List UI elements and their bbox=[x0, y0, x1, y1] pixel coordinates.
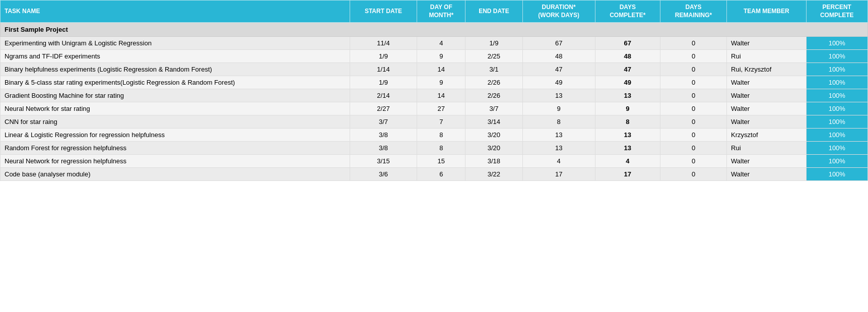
cell-days-remaining: 0 bbox=[660, 115, 726, 129]
cell-start: 3/15 bbox=[350, 155, 417, 168]
cell-dom: 4 bbox=[417, 37, 465, 50]
cell-start: 3/6 bbox=[350, 168, 417, 181]
cell-percent: 100% bbox=[806, 37, 867, 50]
cell-task: Ngrams and TF-IDF experiments bbox=[1, 50, 350, 63]
cell-days-complete: 48 bbox=[595, 50, 660, 63]
cell-task: Linear & Logistic Regression for regress… bbox=[1, 129, 350, 142]
cell-team: Krzysztof bbox=[727, 129, 806, 142]
cell-percent: 100% bbox=[806, 50, 867, 63]
cell-days-complete: 49 bbox=[595, 76, 660, 89]
cell-days-remaining: 0 bbox=[660, 129, 726, 142]
cell-duration: 13 bbox=[522, 142, 595, 155]
cell-task: Random Forest for regression helpfulness bbox=[1, 142, 350, 155]
table-row: Gradient Boosting Machine for star ratin… bbox=[1, 89, 868, 102]
cell-dom: 27 bbox=[417, 102, 465, 115]
cell-start: 2/27 bbox=[350, 102, 417, 115]
cell-days-complete: 13 bbox=[595, 129, 660, 142]
cell-end: 1/9 bbox=[465, 37, 522, 50]
cell-duration: 13 bbox=[522, 129, 595, 142]
table-row: Random Forest for regression helpfulness… bbox=[1, 142, 868, 155]
cell-dom: 14 bbox=[417, 89, 465, 102]
cell-team: Walter bbox=[727, 37, 806, 50]
col-header-team: TEAM MEMBER bbox=[727, 1, 806, 23]
table-row: CNN for star raing3/773/14880Walter100% bbox=[1, 115, 868, 129]
cell-task: CNN for star raing bbox=[1, 115, 350, 129]
cell-percent: 100% bbox=[806, 89, 867, 102]
table-row: Experimenting with Unigram & Logistic Re… bbox=[1, 37, 868, 50]
cell-task: Neural Network for regression helpfulnes… bbox=[1, 155, 350, 168]
cell-team: Walter bbox=[727, 102, 806, 115]
cell-dom: 8 bbox=[417, 142, 465, 155]
cell-duration: 9 bbox=[522, 102, 595, 115]
cell-dom: 15 bbox=[417, 155, 465, 168]
cell-days-complete: 47 bbox=[595, 63, 660, 76]
cell-task: Neural Network for star rating bbox=[1, 102, 350, 115]
cell-days-complete: 9 bbox=[595, 102, 660, 115]
cell-team: Rui, Krzysztof bbox=[727, 63, 806, 76]
cell-start: 1/9 bbox=[350, 50, 417, 63]
cell-start: 3/8 bbox=[350, 142, 417, 155]
cell-team: Rui bbox=[727, 142, 806, 155]
cell-task: Binary & 5-class star rating experiments… bbox=[1, 76, 350, 89]
cell-task: Code base (analyser module) bbox=[1, 168, 350, 181]
cell-duration: 48 bbox=[522, 50, 595, 63]
cell-duration: 4 bbox=[522, 155, 595, 168]
table-row: Neural Network for star rating2/27273/79… bbox=[1, 102, 868, 115]
cell-days-remaining: 0 bbox=[660, 89, 726, 102]
cell-duration: 47 bbox=[522, 63, 595, 76]
cell-end: 3/14 bbox=[465, 115, 522, 129]
cell-team: Walter bbox=[727, 89, 806, 102]
cell-percent: 100% bbox=[806, 142, 867, 155]
header-row: TASK NAME START DATE DAY OFMONTH* END DA… bbox=[1, 1, 868, 23]
cell-percent: 100% bbox=[806, 155, 867, 168]
cell-percent: 100% bbox=[806, 76, 867, 89]
cell-percent: 100% bbox=[806, 63, 867, 76]
table-row: Neural Network for regression helpfulnes… bbox=[1, 155, 868, 168]
cell-dom: 8 bbox=[417, 129, 465, 142]
cell-end: 3/1 bbox=[465, 63, 522, 76]
table-row: Binary helpfulness experiments (Logistic… bbox=[1, 63, 868, 76]
cell-end: 3/18 bbox=[465, 155, 522, 168]
col-header-duration: DURATION*(WORK DAYS) bbox=[522, 1, 595, 23]
cell-start: 3/7 bbox=[350, 115, 417, 129]
cell-team: Walter bbox=[727, 115, 806, 129]
col-header-end: END DATE bbox=[465, 1, 522, 23]
cell-duration: 13 bbox=[522, 89, 595, 102]
cell-end: 2/26 bbox=[465, 89, 522, 102]
cell-dom: 7 bbox=[417, 115, 465, 129]
cell-end: 2/25 bbox=[465, 50, 522, 63]
cell-team: Walter bbox=[727, 76, 806, 89]
cell-task: Binary helpfulness experiments (Logistic… bbox=[1, 63, 350, 76]
cell-days-complete: 8 bbox=[595, 115, 660, 129]
cell-days-remaining: 0 bbox=[660, 168, 726, 181]
table-row: Code base (analyser module)3/663/2217170… bbox=[1, 168, 868, 181]
cell-duration: 17 bbox=[522, 168, 595, 181]
cell-days-complete: 17 bbox=[595, 168, 660, 181]
cell-end: 3/7 bbox=[465, 102, 522, 115]
cell-task: Experimenting with Unigram & Logistic Re… bbox=[1, 37, 350, 50]
cell-days-remaining: 0 bbox=[660, 63, 726, 76]
cell-team: Walter bbox=[727, 155, 806, 168]
cell-days-remaining: 0 bbox=[660, 50, 726, 63]
cell-percent: 100% bbox=[806, 102, 867, 115]
table-row: Ngrams and TF-IDF experiments1/992/25484… bbox=[1, 50, 868, 63]
cell-days-complete: 13 bbox=[595, 89, 660, 102]
cell-percent: 100% bbox=[806, 115, 867, 129]
cell-dom: 9 bbox=[417, 76, 465, 89]
group-header-row: First Sample Project bbox=[1, 23, 868, 37]
cell-percent: 100% bbox=[806, 168, 867, 181]
cell-dom: 6 bbox=[417, 168, 465, 181]
cell-days-complete: 4 bbox=[595, 155, 660, 168]
cell-team: Rui bbox=[727, 50, 806, 63]
project-table: TASK NAME START DATE DAY OFMONTH* END DA… bbox=[0, 0, 868, 181]
table-row: Binary & 5-class star rating experiments… bbox=[1, 76, 868, 89]
table-row: Linear & Logistic Regression for regress… bbox=[1, 129, 868, 142]
col-header-days-remaining: DAYSREMAINING* bbox=[660, 1, 726, 23]
cell-start: 11/4 bbox=[350, 37, 417, 50]
cell-start: 2/14 bbox=[350, 89, 417, 102]
cell-days-complete: 13 bbox=[595, 142, 660, 155]
cell-dom: 14 bbox=[417, 63, 465, 76]
cell-duration: 49 bbox=[522, 76, 595, 89]
cell-days-remaining: 0 bbox=[660, 37, 726, 50]
cell-end: 3/20 bbox=[465, 129, 522, 142]
